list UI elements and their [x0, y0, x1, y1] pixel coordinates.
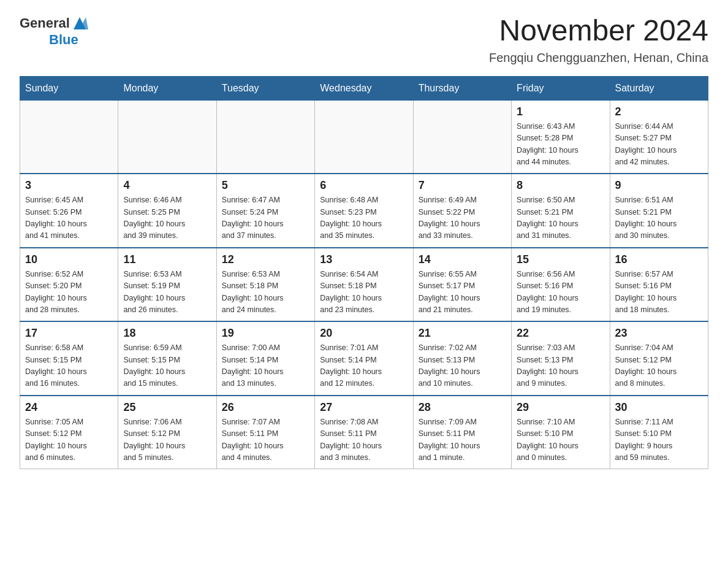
calendar-cell-w0-d4: [413, 100, 511, 174]
calendar-cell-w3-d0: 17Sunrise: 6:58 AMSunset: 5:15 PMDayligh…: [20, 321, 118, 396]
day-number-4: 4: [123, 179, 211, 192]
weekday-header-monday: Monday: [118, 76, 216, 100]
day-info-18: Sunrise: 6:59 AMSunset: 5:15 PMDaylight:…: [123, 342, 211, 390]
day-number-17: 17: [25, 327, 113, 340]
day-number-15: 15: [517, 253, 604, 266]
week-row-0: 1Sunrise: 6:43 AMSunset: 5:28 PMDaylight…: [20, 100, 708, 174]
day-info-3: Sunrise: 6:45 AMSunset: 5:26 PMDaylight:…: [25, 194, 113, 242]
title-area: November 2024 Fengqiu Chengguanzhen, Hen…: [489, 15, 708, 65]
calendar-cell-w4-d6: 30Sunrise: 7:11 AMSunset: 5:10 PMDayligh…: [610, 396, 708, 469]
calendar-cell-w3-d6: 23Sunrise: 7:04 AMSunset: 5:12 PMDayligh…: [610, 321, 708, 396]
calendar-cell-w0-d0: [20, 100, 118, 174]
day-number-7: 7: [419, 179, 506, 192]
day-info-13: Sunrise: 6:54 AMSunset: 5:18 PMDaylight:…: [320, 269, 408, 316]
day-number-16: 16: [615, 253, 703, 266]
day-info-23: Sunrise: 7:04 AMSunset: 5:12 PMDaylight:…: [615, 342, 703, 390]
calendar-cell-w4-d5: 29Sunrise: 7:10 AMSunset: 5:10 PMDayligh…: [512, 396, 610, 469]
day-info-5: Sunrise: 6:47 AMSunset: 5:24 PMDaylight:…: [222, 194, 309, 242]
calendar-cell-w0-d6: 2Sunrise: 6:44 AMSunset: 5:27 PMDaylight…: [610, 100, 708, 174]
calendar-cell-w2-d3: 13Sunrise: 6:54 AMSunset: 5:18 PMDayligh…: [315, 248, 413, 322]
day-info-21: Sunrise: 7:02 AMSunset: 5:13 PMDaylight:…: [419, 342, 506, 390]
day-info-28: Sunrise: 7:09 AMSunset: 5:11 PMDaylight:…: [419, 416, 506, 464]
day-info-26: Sunrise: 7:07 AMSunset: 5:11 PMDaylight:…: [222, 416, 309, 464]
day-number-20: 20: [320, 327, 408, 340]
day-number-3: 3: [25, 179, 113, 192]
day-info-10: Sunrise: 6:52 AMSunset: 5:20 PMDaylight:…: [25, 269, 113, 316]
day-info-29: Sunrise: 7:10 AMSunset: 5:10 PMDaylight:…: [517, 416, 604, 464]
day-info-1: Sunrise: 6:43 AMSunset: 5:28 PMDaylight:…: [517, 121, 604, 169]
calendar-cell-w1-d1: 4Sunrise: 6:46 AMSunset: 5:25 PMDaylight…: [118, 174, 216, 248]
day-info-25: Sunrise: 7:06 AMSunset: 5:12 PMDaylight:…: [123, 416, 211, 464]
day-info-14: Sunrise: 6:55 AMSunset: 5:17 PMDaylight:…: [419, 269, 506, 316]
weekday-header-sunday: Sunday: [20, 76, 118, 100]
day-info-4: Sunrise: 6:46 AMSunset: 5:25 PMDaylight:…: [123, 194, 211, 242]
calendar-cell-w0-d1: [118, 100, 216, 174]
day-info-20: Sunrise: 7:01 AMSunset: 5:14 PMDaylight:…: [320, 342, 408, 390]
day-number-23: 23: [615, 327, 703, 340]
month-title: November 2024: [489, 15, 708, 47]
week-row-4: 24Sunrise: 7:05 AMSunset: 5:12 PMDayligh…: [20, 396, 708, 469]
day-info-16: Sunrise: 6:57 AMSunset: 5:16 PMDaylight:…: [615, 269, 703, 316]
logo-blue: Blue: [49, 32, 78, 48]
day-info-24: Sunrise: 7:05 AMSunset: 5:12 PMDaylight:…: [25, 416, 113, 464]
weekday-header-wednesday: Wednesday: [315, 76, 413, 100]
calendar-cell-w1-d3: 6Sunrise: 6:48 AMSunset: 5:23 PMDaylight…: [315, 174, 413, 248]
day-info-2: Sunrise: 6:44 AMSunset: 5:27 PMDaylight:…: [615, 121, 703, 169]
day-number-12: 12: [222, 253, 309, 266]
calendar-cell-w2-d5: 15Sunrise: 6:56 AMSunset: 5:16 PMDayligh…: [512, 248, 610, 322]
weekday-header-tuesday: Tuesday: [216, 76, 314, 100]
calendar-cell-w1-d5: 8Sunrise: 6:50 AMSunset: 5:21 PMDaylight…: [512, 174, 610, 248]
day-number-1: 1: [517, 105, 604, 118]
calendar-cell-w3-d5: 22Sunrise: 7:03 AMSunset: 5:13 PMDayligh…: [512, 321, 610, 396]
day-info-17: Sunrise: 6:58 AMSunset: 5:15 PMDaylight:…: [25, 342, 113, 390]
logo: General Blue: [20, 15, 88, 48]
calendar-cell-w0-d2: [216, 100, 314, 174]
day-number-25: 25: [123, 401, 211, 414]
calendar-cell-w4-d4: 28Sunrise: 7:09 AMSunset: 5:11 PMDayligh…: [413, 396, 511, 469]
day-info-22: Sunrise: 7:03 AMSunset: 5:13 PMDaylight:…: [517, 342, 604, 390]
page-header: General Blue November 2024 Fengqiu Cheng…: [20, 15, 708, 65]
calendar-cell-w1-d4: 7Sunrise: 6:49 AMSunset: 5:22 PMDaylight…: [413, 174, 511, 248]
calendar-cell-w2-d2: 12Sunrise: 6:53 AMSunset: 5:18 PMDayligh…: [216, 248, 314, 322]
day-number-18: 18: [123, 327, 211, 340]
day-info-6: Sunrise: 6:48 AMSunset: 5:23 PMDaylight:…: [320, 194, 408, 242]
day-number-27: 27: [320, 401, 408, 414]
day-number-2: 2: [615, 105, 703, 118]
day-number-19: 19: [222, 327, 309, 340]
day-number-9: 9: [615, 179, 703, 192]
logo-icon: [71, 15, 88, 32]
week-row-2: 10Sunrise: 6:52 AMSunset: 5:20 PMDayligh…: [20, 248, 708, 322]
day-number-11: 11: [123, 253, 211, 266]
calendar-cell-w4-d3: 27Sunrise: 7:08 AMSunset: 5:11 PMDayligh…: [315, 396, 413, 469]
calendar-cell-w0-d5: 1Sunrise: 6:43 AMSunset: 5:28 PMDaylight…: [512, 100, 610, 174]
day-number-21: 21: [419, 327, 506, 340]
week-row-1: 3Sunrise: 6:45 AMSunset: 5:26 PMDaylight…: [20, 174, 708, 248]
day-number-13: 13: [320, 253, 408, 266]
day-info-11: Sunrise: 6:53 AMSunset: 5:19 PMDaylight:…: [123, 269, 211, 316]
calendar-cell-w4-d0: 24Sunrise: 7:05 AMSunset: 5:12 PMDayligh…: [20, 396, 118, 469]
day-number-26: 26: [222, 401, 309, 414]
day-info-15: Sunrise: 6:56 AMSunset: 5:16 PMDaylight:…: [517, 269, 604, 316]
calendar-cell-w1-d6: 9Sunrise: 6:51 AMSunset: 5:21 PMDaylight…: [610, 174, 708, 248]
weekday-header-row: SundayMondayTuesdayWednesdayThursdayFrid…: [20, 76, 708, 100]
calendar-cell-w2-d0: 10Sunrise: 6:52 AMSunset: 5:20 PMDayligh…: [20, 248, 118, 322]
week-row-3: 17Sunrise: 6:58 AMSunset: 5:15 PMDayligh…: [20, 321, 708, 396]
calendar-cell-w4-d2: 26Sunrise: 7:07 AMSunset: 5:11 PMDayligh…: [216, 396, 314, 469]
weekday-header-friday: Friday: [512, 76, 610, 100]
calendar-table: SundayMondayTuesdayWednesdayThursdayFrid…: [20, 76, 708, 470]
calendar-cell-w1-d0: 3Sunrise: 6:45 AMSunset: 5:26 PMDaylight…: [20, 174, 118, 248]
day-number-28: 28: [419, 401, 506, 414]
day-number-24: 24: [25, 401, 113, 414]
calendar-cell-w2-d4: 14Sunrise: 6:55 AMSunset: 5:17 PMDayligh…: [413, 248, 511, 322]
day-number-29: 29: [517, 401, 604, 414]
day-number-5: 5: [222, 179, 309, 192]
calendar-cell-w0-d3: [315, 100, 413, 174]
day-info-8: Sunrise: 6:50 AMSunset: 5:21 PMDaylight:…: [517, 194, 604, 242]
day-number-22: 22: [517, 327, 604, 340]
day-info-7: Sunrise: 6:49 AMSunset: 5:22 PMDaylight:…: [419, 194, 506, 242]
day-number-8: 8: [517, 179, 604, 192]
logo-general: General: [20, 15, 70, 31]
calendar-cell-w4-d1: 25Sunrise: 7:06 AMSunset: 5:12 PMDayligh…: [118, 396, 216, 469]
day-info-30: Sunrise: 7:11 AMSunset: 5:10 PMDaylight:…: [615, 416, 703, 464]
calendar-cell-w3-d3: 20Sunrise: 7:01 AMSunset: 5:14 PMDayligh…: [315, 321, 413, 396]
